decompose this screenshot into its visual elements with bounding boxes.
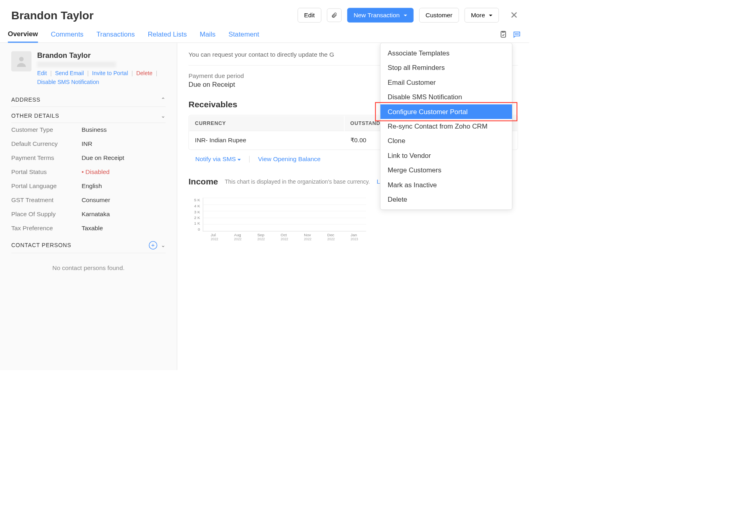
portal-language-label: Portal Language: [11, 182, 76, 190]
tax-preference-value: Taxable: [82, 225, 103, 232]
profile-name: Brandon Taylor: [37, 51, 157, 60]
x-tick: Dec2022: [327, 233, 335, 241]
dropdown-item-re-sync-contact-from-zoho-crm[interactable]: Re-sync Contact from Zoho CRM: [380, 119, 512, 133]
paperclip-icon: [331, 12, 337, 18]
default-currency-value: INR: [82, 140, 92, 147]
view-opening-balance-link[interactable]: View Opening Balance: [258, 156, 321, 163]
portal-status-value: Disabled: [82, 168, 110, 176]
x-tick: Jan2023: [350, 233, 358, 241]
dropdown-item-delete[interactable]: Delete: [380, 192, 512, 207]
tab-statement[interactable]: Statement: [228, 26, 259, 42]
new-transaction-button[interactable]: New Transaction: [347, 8, 414, 23]
contact-persons-section-header[interactable]: CONTACT PERSONS + ⌄: [11, 235, 166, 253]
x-tick: Jul2022: [211, 233, 218, 241]
chevron-up-icon: ⌃: [161, 96, 166, 103]
payment-terms-value: Due on Receipt: [82, 154, 124, 162]
x-tick: Nov2022: [304, 233, 311, 241]
dropdown-item-link-to-vendor[interactable]: Link to Vendor: [380, 148, 512, 163]
profile-invite-portal-link[interactable]: Invite to Portal: [92, 70, 128, 76]
place-of-supply-label: Place Of Supply: [11, 211, 76, 218]
dropdown-item-associate-templates[interactable]: Associate Templates: [380, 46, 512, 60]
more-dropdown: Associate TemplatesStop all RemindersEma…: [380, 43, 512, 210]
payment-terms-label: Payment Terms: [11, 154, 76, 162]
currency-cell: INR- Indian Rupee: [189, 132, 344, 149]
tax-preference-label: Tax Preference: [11, 225, 76, 232]
y-tick: 4 K: [194, 204, 200, 208]
dropdown-item-email-customer[interactable]: Email Customer: [380, 75, 512, 90]
tab-transactions[interactable]: Transactions: [96, 26, 135, 42]
notify-via-sms-link[interactable]: Notify via SMS: [195, 156, 241, 163]
clipboard-icon[interactable]: [500, 30, 508, 38]
avatar: [11, 51, 31, 71]
svg-point-1: [515, 33, 516, 34]
page-title: Brandon Taylor: [11, 9, 292, 22]
chevron-down-icon: ⌄: [161, 242, 166, 249]
portal-status-label: Portal Status: [11, 168, 76, 176]
x-tick: Sep2022: [257, 233, 265, 241]
x-tick: Oct2022: [281, 233, 288, 241]
attachment-button[interactable]: [327, 8, 341, 22]
address-section-header[interactable]: ADDRESS ⌃: [11, 91, 166, 107]
close-icon[interactable]: ✕: [510, 10, 518, 21]
income-note: This chart is displayed in the organizat…: [225, 178, 370, 185]
profile-disable-sms-link[interactable]: Disable SMS Notification: [37, 79, 99, 85]
svg-point-2: [516, 33, 517, 34]
other-details-section-header[interactable]: OTHER DETAILS ⌄: [11, 107, 166, 123]
customer-type-label: Customer Type: [11, 126, 76, 133]
profile-delete-link[interactable]: Delete: [136, 70, 152, 76]
default-currency-label: Default Currency: [11, 140, 76, 147]
dropdown-item-stop-all-reminders[interactable]: Stop all Reminders: [380, 61, 512, 75]
y-tick: 0: [194, 227, 200, 231]
y-tick: 5 K: [194, 198, 200, 202]
tab-related-lists[interactable]: Related Lists: [148, 26, 187, 42]
customer-button[interactable]: Customer: [419, 8, 459, 23]
customer-type-value: Business: [82, 126, 107, 133]
y-tick: 2 K: [194, 215, 200, 220]
tab-mails[interactable]: Mails: [200, 26, 215, 42]
x-tick: Aug2022: [234, 233, 242, 241]
edit-button[interactable]: Edit: [297, 8, 321, 23]
svg-point-4: [19, 57, 24, 61]
y-tick: 1 K: [194, 221, 200, 225]
place-of-supply-value: Karnataka: [82, 211, 110, 218]
dropdown-item-clone[interactable]: Clone: [380, 134, 512, 148]
tab-comments[interactable]: Comments: [51, 26, 84, 42]
gst-treatment-label: GST Treatment: [11, 196, 76, 204]
gst-treatment-value: Consumer: [82, 196, 110, 204]
add-contact-person-button[interactable]: +: [149, 241, 157, 250]
currency-header: CURRENCY: [189, 116, 344, 131]
portal-language-value: English: [82, 182, 102, 190]
income-title: Income: [188, 177, 218, 186]
svg-point-3: [518, 33, 518, 34]
dropdown-item-disable-sms-notification[interactable]: Disable SMS Notification: [380, 90, 512, 104]
dropdown-item-merge-customers[interactable]: Merge Customers: [380, 163, 512, 177]
chat-icon[interactable]: [513, 30, 521, 38]
dropdown-item-mark-as-inactive[interactable]: Mark as Inactive: [380, 178, 512, 192]
profile-email-blurred: [37, 61, 116, 67]
tab-overview[interactable]: Overview: [8, 26, 38, 43]
chevron-down-icon: ⌄: [161, 113, 166, 119]
profile-send-email-link[interactable]: Send Email: [55, 70, 84, 76]
y-tick: 3 K: [194, 209, 200, 214]
no-contact-persons-text: No contact persons found.: [11, 253, 166, 283]
profile-edit-link[interactable]: Edit: [37, 70, 47, 76]
dropdown-item-configure-customer-portal[interactable]: Configure Customer Portal: [380, 104, 512, 119]
more-button[interactable]: More: [465, 8, 499, 23]
